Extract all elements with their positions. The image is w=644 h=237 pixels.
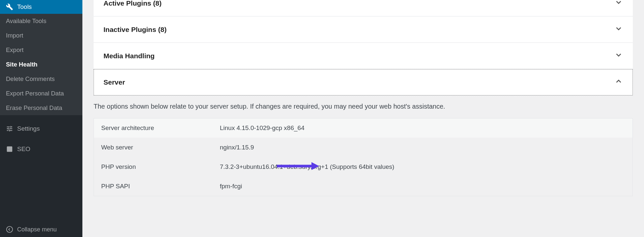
- admin-sidebar: Tools Available Tools Import Export Site…: [0, 0, 82, 237]
- submenu-erase-personal-data[interactable]: Erase Personal Data: [0, 101, 82, 115]
- row-web-server: Web server nginx/1.15.9: [94, 138, 632, 157]
- info-value: 7.3.2-3+ubuntu16.04.1+deb.sury.org+1 (Su…: [220, 163, 394, 171]
- submenu-export[interactable]: Export: [0, 43, 82, 57]
- wrench-icon: [5, 3, 14, 11]
- tools-submenu: Available Tools Import Export Site Healt…: [0, 14, 82, 115]
- panel-title: Active Plugins (8): [103, 0, 161, 7]
- server-description: The options shown below relate to your s…: [94, 95, 633, 118]
- panel-title: Media Handling: [103, 52, 155, 60]
- chevron-down-icon: [614, 0, 623, 8]
- panel-header-inactive-plugins[interactable]: Inactive Plugins (8): [94, 16, 633, 42]
- chevron-down-icon: [614, 24, 623, 35]
- submenu-export-personal-data[interactable]: Export Personal Data: [0, 86, 82, 101]
- chevron-down-icon: [614, 51, 623, 61]
- info-value: Linux 4.15.0-1029-gcp x86_64: [220, 124, 305, 132]
- sliders-icon: [5, 125, 14, 132]
- collapse-label: Collapse menu: [17, 226, 57, 233]
- panel-title: Inactive Plugins (8): [103, 26, 166, 34]
- panel-title: Server: [103, 78, 125, 86]
- collapse-icon: [5, 226, 14, 233]
- info-label: Server architecture: [101, 124, 220, 132]
- server-info-table: Server architecture Linux 4.15.0-1029-gc…: [94, 118, 633, 196]
- submenu-site-health[interactable]: Site Health: [0, 57, 82, 72]
- panel-active-plugins: Active Plugins (8): [94, 0, 633, 16]
- sidebar-item-label: Settings: [17, 125, 40, 132]
- row-php-sapi: PHP SAPI fpm-fcgi: [94, 177, 632, 196]
- row-php-version: PHP version 7.3.2-3+ubuntu16.04.1+deb.su…: [94, 157, 632, 177]
- row-server-architecture: Server architecture Linux 4.15.0-1029-gc…: [94, 118, 632, 138]
- info-label: Web server: [101, 144, 220, 151]
- submenu-available-tools[interactable]: Available Tools: [0, 14, 82, 28]
- chevron-up-icon: [614, 77, 623, 87]
- sidebar-item-tools[interactable]: Tools: [0, 0, 82, 14]
- main-content: Active Plugins (8) Inactive Plugins (8) …: [82, 0, 644, 237]
- submenu-delete-comments[interactable]: Delete Comments: [0, 72, 82, 86]
- panel-inactive-plugins: Inactive Plugins (8): [94, 16, 633, 43]
- info-value: fpm-fcgi: [220, 183, 242, 190]
- server-panel-body: The options shown below relate to your s…: [94, 95, 633, 206]
- panel-media-handling: Media Handling: [94, 43, 633, 69]
- info-value: nginx/1.15.9: [220, 144, 254, 151]
- panel-header-server[interactable]: Server: [94, 69, 633, 95]
- svg-point-0: [7, 226, 13, 232]
- info-label: PHP version: [101, 163, 220, 171]
- sidebar-item-settings[interactable]: Settings: [0, 122, 82, 136]
- collapse-menu[interactable]: Collapse menu: [0, 222, 82, 237]
- yoast-icon: [5, 145, 14, 153]
- panel-server: Server: [94, 69, 633, 95]
- sidebar-item-label: Tools: [17, 3, 32, 11]
- submenu-import[interactable]: Import: [0, 28, 82, 43]
- panel-header-active-plugins[interactable]: Active Plugins (8): [94, 0, 633, 16]
- sidebar-item-seo[interactable]: SEO: [0, 142, 82, 156]
- info-label: PHP SAPI: [101, 183, 220, 190]
- panel-header-media-handling[interactable]: Media Handling: [94, 43, 633, 69]
- sidebar-item-label: SEO: [17, 145, 30, 153]
